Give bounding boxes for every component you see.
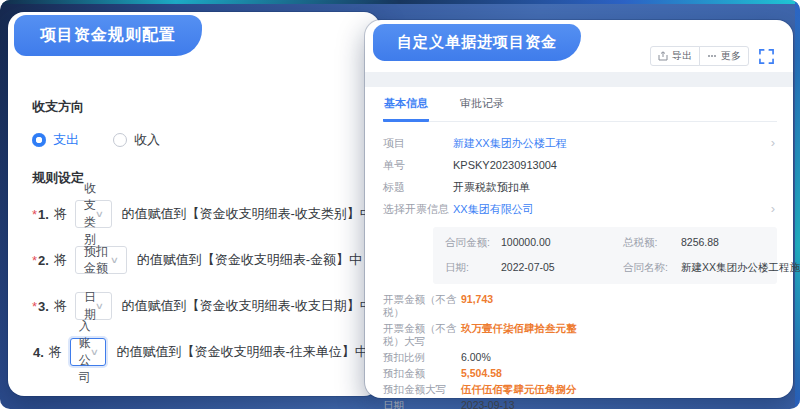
rule-description: 的值赋值到【资金收支明细表-往来单位】中 (116, 343, 367, 361)
rule-number: 3. (38, 299, 49, 314)
detail-content: 基本信息 审批记录 项目 新建XX集团办公楼工程 › 单号 KPSKY20230… (365, 90, 793, 398)
field-label: 预扣比例 (383, 351, 461, 364)
withhold-amount-caps-value: 伍仟伍佰零肆元伍角捌分 (461, 383, 577, 396)
radio-label: 支出 (53, 131, 79, 149)
field-label: 项目 (383, 136, 453, 151)
withhold-ratio-value: 6.00% (461, 351, 491, 364)
date-value: 2023-09-13 (461, 399, 515, 409)
field-label: 标题 (383, 180, 453, 195)
header-band (365, 72, 793, 87)
detail-row-withhold-amount-caps: 预扣金额大写 伍仟伍佰零肆元伍角捌分 (383, 383, 777, 396)
direction-radio-group: 支出 收入 (32, 131, 362, 149)
radio-selected-icon[interactable] (32, 133, 46, 147)
top-accent-line (0, 0, 800, 4)
detail-row-invoice-amount-caps: 开票金额（不含税）大写 玖万壹仟柒佰肆拾叁元整 (383, 322, 777, 348)
detail-row-withhold-ratio: 预扣比例 6.00% (383, 351, 777, 364)
rule-verb: 将 (54, 251, 67, 269)
field-label: 预扣金额 (383, 367, 461, 380)
field-label: 单号 (383, 158, 453, 173)
project-link[interactable]: 新建XX集团办公楼工程 (453, 136, 567, 151)
field-label: 开票金额（不含税） (383, 293, 461, 319)
app-background: 项目资金规则配置 收支方向 支出 收入 规则设定 * 1. 将 (0, 0, 800, 409)
invoice-amount-caps-value: 玖万壹仟柒佰肆拾叁元整 (461, 322, 577, 335)
field-select-4[interactable]: 入账公司 ∨ (70, 338, 107, 366)
chevron-down-icon[interactable]: ∨ (95, 209, 104, 219)
info-row-doc-number: 单号 KPSKY20230913004 (383, 154, 777, 176)
rule-number: 2. (38, 253, 49, 268)
info-row-title: 标题 开票税款预扣单 (383, 176, 777, 198)
more-icon (707, 51, 717, 61)
field-select-2[interactable]: 预扣金额 ∨ (75, 246, 127, 274)
chevron-down-icon[interactable]: ∨ (110, 255, 119, 265)
contract-date-label: 日期: (445, 261, 497, 275)
field-label: 日期 (383, 399, 461, 409)
rule-description: 的值赋值到【资金收支明细表-收支类别】中 (122, 205, 373, 223)
radio-unselected-icon[interactable] (113, 133, 127, 147)
contract-summary-box: 合同金额: 100000.00 总税额: 8256.88 日期: 2022-07… (433, 227, 777, 284)
field-label: 选择开票信息 (383, 202, 453, 217)
tab-approval-log[interactable]: 审批记录 (459, 90, 505, 121)
detail-toolbar: 导出 更多 (650, 46, 775, 66)
chevron-right-icon[interactable]: › (771, 201, 775, 216)
info-row-project[interactable]: 项目 新建XX集团办公楼工程 › (383, 132, 777, 154)
invoice-company-link[interactable]: XX集团有限公司 (453, 202, 534, 217)
more-button[interactable]: 更多 (699, 46, 749, 66)
field-value: 开票税款预扣单 (453, 180, 530, 195)
rule-row-1: * 1. 将 收支类别 ∨ 的值赋值到【资金收支明细表-收支类别】中 (32, 199, 362, 229)
required-mark: * (32, 207, 37, 222)
rule-config-panel: 项目资金规则配置 收支方向 支出 收入 规则设定 * 1. 将 (8, 12, 380, 396)
contract-date-value: 2022-07-05 (501, 261, 619, 275)
rules-section-label: 规则设定 (32, 169, 362, 187)
rule-number: 4. (33, 345, 44, 360)
rule-row-3: * 3. 将 日期 ∨ 的值赋值到【资金收支明细表-收支日期】中 (32, 291, 362, 321)
tab-basic-info[interactable]: 基本信息 (383, 90, 429, 122)
contract-amount-value: 100000.00 (501, 236, 619, 250)
radio-option-expense[interactable]: 支出 (32, 131, 79, 149)
radio-option-income[interactable]: 收入 (113, 131, 160, 149)
contract-name-label: 合同名称: (623, 261, 677, 275)
rule-row-4: 4. 将 入账公司 ∨ 的值赋值到【资金收支明细表-往来单位】中 (32, 337, 362, 367)
info-row-invoice-info[interactable]: 选择开票信息 XX集团有限公司 › (383, 198, 777, 220)
rule-verb: 将 (54, 297, 67, 315)
chevron-down-icon[interactable]: ∨ (95, 301, 104, 311)
select-value: 预扣金额 (84, 243, 111, 277)
radio-label: 收入 (134, 131, 160, 149)
more-button-label: 更多 (721, 49, 741, 63)
right-accent-line (795, 0, 800, 409)
direction-section-label: 收支方向 (32, 98, 362, 116)
rules-list: * 1. 将 收支类别 ∨ 的值赋值到【资金收支明细表-收支类别】中 * 2. … (32, 199, 362, 367)
rule-verb: 将 (54, 205, 67, 223)
export-icon (658, 51, 668, 61)
panel-title-right: 自定义单据进项目资金 (373, 24, 581, 61)
fullscreen-icon (759, 49, 774, 64)
field-value: KPSKY20230913004 (453, 159, 557, 171)
chevron-right-icon[interactable]: › (771, 135, 775, 150)
detail-row-date: 日期 2023-09-13 (383, 399, 777, 409)
toolbar-button-group: 导出 更多 (650, 46, 749, 66)
required-mark: * (32, 253, 37, 268)
rule-number: 1. (38, 207, 49, 222)
info-field-list: 项目 新建XX集团办公楼工程 › 单号 KPSKY20230913004 标题 … (383, 132, 777, 220)
export-button[interactable]: 导出 (650, 46, 700, 66)
fullscreen-button[interactable] (757, 47, 775, 65)
panel-title-left: 项目资金规则配置 (14, 15, 202, 56)
detail-row-withhold-amount: 预扣金额 5,504.58 (383, 367, 777, 380)
contract-name-value: 新建XX集团办公楼工程施工总承包合同 (681, 261, 800, 275)
rule-description: 的值赋值到【资金收支明细表-金额】中 (137, 251, 362, 269)
field-label: 开票金额（不含税）大写 (383, 322, 461, 348)
detail-tabs: 基本信息 审批记录 (383, 90, 777, 122)
field-select-1[interactable]: 收支类别 ∨ (75, 200, 112, 228)
withhold-amount-value: 5,504.58 (461, 367, 502, 380)
field-select-3[interactable]: 日期 ∨ (75, 292, 112, 320)
chevron-down-icon[interactable]: ∨ (90, 347, 99, 357)
rule-description: 的值赋值到【资金收支明细表-收支日期】中 (122, 297, 373, 315)
total-tax-value: 8256.88 (681, 236, 800, 250)
rule-row-2: * 2. 将 预扣金额 ∨ 的值赋值到【资金收支明细表-金额】中 (32, 245, 362, 275)
document-detail-panel: 自定义单据进项目资金 导出 更多 基本信息 (365, 20, 793, 398)
rule-verb: 将 (49, 343, 62, 361)
required-mark: * (32, 299, 37, 314)
detail-field-list: 开票金额（不含税） 91,743 开票金额（不含税）大写 玖万壹仟柒佰肆拾叁元整… (383, 293, 777, 409)
detail-row-invoice-amount: 开票金额（不含税） 91,743 (383, 293, 777, 319)
invoice-amount-value: 91,743 (461, 293, 493, 306)
export-button-label: 导出 (672, 49, 692, 63)
